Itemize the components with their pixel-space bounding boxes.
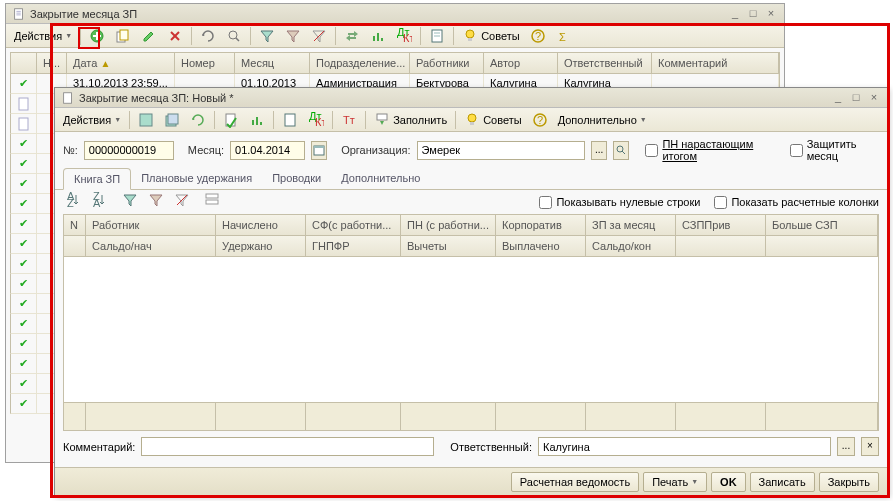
- sum-button[interactable]: Σ: [552, 26, 576, 46]
- show-calc-checkbox[interactable]: [714, 196, 727, 209]
- dtkl-button[interactable]: ДтКт: [392, 26, 416, 46]
- svg-rect-37: [285, 114, 295, 126]
- filter2-button[interactable]: [281, 26, 305, 46]
- col-szpp[interactable]: СЗППрив: [676, 215, 766, 236]
- col-more[interactable]: Больше СЗП: [766, 215, 878, 236]
- col-date[interactable]: Дата ▲: [67, 53, 175, 73]
- add-button[interactable]: [85, 26, 109, 46]
- text-button[interactable]: Тт: [337, 110, 361, 130]
- col-worker[interactable]: Работник: [86, 215, 216, 236]
- org-open-button[interactable]: [613, 141, 629, 160]
- col-month[interactable]: Месяц: [235, 53, 310, 73]
- minimize-button[interactable]: _: [728, 7, 742, 21]
- help-button[interactable]: ?: [526, 26, 550, 46]
- delete-button[interactable]: [163, 26, 187, 46]
- report-button[interactable]: [425, 26, 449, 46]
- refresh-icon-button[interactable]: [186, 110, 210, 130]
- filter-off-button[interactable]: [307, 26, 331, 46]
- fill-button[interactable]: Заполнить: [370, 110, 451, 130]
- col-workers[interactable]: Работники: [410, 53, 484, 73]
- svg-rect-29: [64, 92, 72, 103]
- calendar-button[interactable]: [311, 141, 327, 160]
- org-field[interactable]: [417, 141, 586, 160]
- col-corp[interactable]: Корпоратив: [496, 215, 586, 236]
- save-icon-button[interactable]: [134, 110, 158, 130]
- tips-button[interactable]: Советы: [460, 110, 525, 130]
- col-saldo-start[interactable]: Сальдо/нач: [86, 236, 216, 257]
- more-menu[interactable]: Дополнительно ▼: [554, 110, 651, 130]
- chart-button[interactable]: [245, 110, 269, 130]
- col-comment[interactable]: Комментарий: [652, 53, 779, 73]
- table-body[interactable]: [64, 257, 878, 402]
- actions-menu[interactable]: Действия ▼: [10, 26, 76, 46]
- col-deductions[interactable]: Вычеты: [401, 236, 496, 257]
- comment-field[interactable]: [141, 437, 434, 456]
- config-button[interactable]: [201, 192, 223, 212]
- col-paid[interactable]: Выплачено: [496, 236, 586, 257]
- swap-button[interactable]: [340, 26, 364, 46]
- actions-menu[interactable]: Действия ▼: [59, 110, 125, 130]
- filter1-button[interactable]: [255, 26, 279, 46]
- minimize-button[interactable]: _: [831, 91, 845, 105]
- col-saldo-end[interactable]: Сальдо/кон: [586, 236, 676, 257]
- refresh-button[interactable]: [196, 26, 220, 46]
- copy-button[interactable]: [111, 26, 135, 46]
- svg-rect-32: [168, 114, 178, 124]
- responsible-label: Ответственный:: [450, 441, 532, 453]
- col-gnpfr[interactable]: ГНПФР: [306, 236, 401, 257]
- maximize-button[interactable]: □: [849, 91, 863, 105]
- col-icon[interactable]: [11, 53, 37, 73]
- col-author[interactable]: Автор: [484, 53, 558, 73]
- tips-button[interactable]: Советы: [458, 26, 523, 46]
- col-num[interactable]: Н...: [37, 53, 67, 73]
- filter-off-button[interactable]: [171, 192, 193, 212]
- col-zp[interactable]: ЗП за месяц: [586, 215, 676, 236]
- col-number[interactable]: Номер: [175, 53, 235, 73]
- sort-asc-button[interactable]: AZ: [63, 192, 85, 212]
- month-field[interactable]: [230, 141, 305, 160]
- col-withheld[interactable]: Удержано: [216, 236, 306, 257]
- num-field[interactable]: [84, 141, 174, 160]
- col-responsible[interactable]: Ответственный: [558, 53, 652, 73]
- table-footer: [64, 402, 878, 430]
- save-copy-button[interactable]: [160, 110, 184, 130]
- svg-rect-0: [15, 8, 23, 19]
- filter-button[interactable]: [119, 192, 141, 212]
- close-button[interactable]: Закрыть: [819, 472, 879, 492]
- tab-extra[interactable]: Дополнительно: [331, 168, 430, 189]
- col-accrued[interactable]: Начислено: [216, 215, 306, 236]
- close-button[interactable]: ×: [867, 91, 881, 105]
- calc-sheet-button[interactable]: Расчетная ведомость: [511, 472, 639, 492]
- tab-book[interactable]: Книга ЗП: [63, 168, 131, 190]
- edit-button[interactable]: [137, 26, 161, 46]
- col-sf[interactable]: СФ(с работни...: [306, 215, 401, 236]
- svg-line-54: [177, 195, 187, 205]
- help-button[interactable]: ?: [528, 110, 552, 130]
- report-button[interactable]: [278, 110, 302, 130]
- col-pn[interactable]: ПН (с работни...: [401, 215, 496, 236]
- svg-rect-36: [260, 122, 262, 125]
- sort-desc-button[interactable]: ZA: [89, 192, 111, 212]
- show-zero-checkbox[interactable]: [539, 196, 552, 209]
- responsible-field[interactable]: [538, 437, 831, 456]
- col-division[interactable]: Подразделение...: [310, 53, 410, 73]
- responsible-select-button[interactable]: ...: [837, 437, 855, 456]
- responsible-clear-button[interactable]: ×: [861, 437, 879, 456]
- dtkl-button[interactable]: ДтКт: [304, 110, 328, 130]
- filter2-button[interactable]: [145, 192, 167, 212]
- maximize-button[interactable]: □: [746, 7, 760, 21]
- post-button[interactable]: [219, 110, 243, 130]
- tab-postings[interactable]: Проводки: [262, 168, 331, 189]
- protect-month-checkbox[interactable]: [790, 144, 803, 157]
- save-button[interactable]: Записать: [750, 472, 815, 492]
- pn-cumulative-checkbox[interactable]: [645, 144, 658, 157]
- print-button[interactable]: Печать ▼: [643, 472, 707, 492]
- ok-button[interactable]: OK: [711, 472, 746, 492]
- child-title: Закрытие месяца ЗП: Новый *: [79, 92, 831, 104]
- col-n[interactable]: N: [64, 215, 86, 236]
- org-select-button[interactable]: ...: [591, 141, 607, 160]
- close-button[interactable]: ×: [764, 7, 778, 21]
- tab-plan[interactable]: Плановые удержания: [131, 168, 262, 189]
- find-button[interactable]: [222, 26, 246, 46]
- chart-button[interactable]: [366, 26, 390, 46]
